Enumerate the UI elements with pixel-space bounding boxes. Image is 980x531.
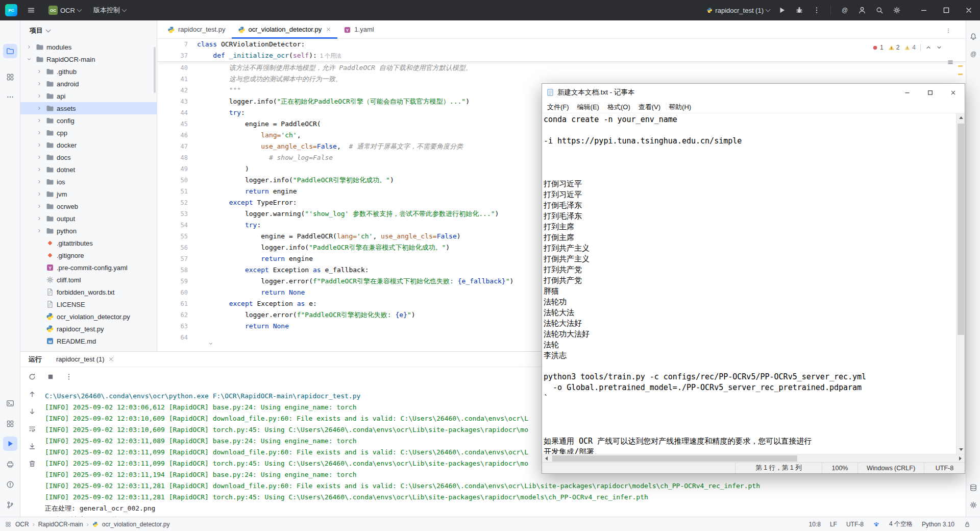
tree-item-.gitignore[interactable]: .gitignore xyxy=(20,249,157,261)
tree-item-python[interactable]: python xyxy=(20,225,157,237)
scrollbar-warning-mark[interactable] xyxy=(958,65,963,67)
main-menu-icon[interactable] xyxy=(22,3,40,18)
tree-item-.pre-commit-config.yaml[interactable]: .pre-commit-config.yaml xyxy=(20,261,157,274)
line-number[interactable]: 42 xyxy=(157,85,197,96)
tree-item-README.md[interactable]: README.md xyxy=(20,335,157,347)
line-number[interactable]: 43 xyxy=(157,96,197,107)
notepad-horizontal-scrollbar[interactable] xyxy=(542,454,965,462)
code-line[interactable]: 40 该方法不再强制使用本地模型，允许 PaddleOCR 自动下载和使用官方默… xyxy=(157,62,966,74)
line-number[interactable]: 7 xyxy=(157,39,197,50)
line-number[interactable]: 48 xyxy=(157,152,197,163)
line-number[interactable]: 62 xyxy=(157,309,197,321)
down-stack-icon[interactable] xyxy=(26,406,39,417)
project-icon[interactable] xyxy=(3,44,17,58)
tree-item-RapidOCR-main[interactable]: RapidOCR-main xyxy=(20,53,157,65)
line-number[interactable]: 57 xyxy=(157,253,197,264)
tree-item-dotnet[interactable]: dotnet xyxy=(20,163,157,176)
python-packages-icon[interactable] xyxy=(3,417,17,431)
tab-ocr_violation_detector.py[interactable]: ocr_violation_detector.py xyxy=(232,20,338,38)
tree-item-forbidden_words.txt[interactable]: forbidden_words.txt xyxy=(20,286,157,298)
settings-icon[interactable] xyxy=(888,3,905,18)
readonly-lock-icon[interactable] xyxy=(964,521,971,528)
line-number[interactable]: 50 xyxy=(157,175,197,186)
line-number[interactable]: 37 xyxy=(157,50,197,61)
tree-chevron-icon[interactable] xyxy=(26,44,33,50)
tree-item-.gitattributes[interactable]: .gitattributes xyxy=(20,237,157,249)
profile-icon[interactable] xyxy=(853,3,871,18)
line-number[interactable]: 51 xyxy=(157,186,197,197)
tree-chevron-icon[interactable] xyxy=(36,228,43,233)
menu-item-编辑(E)[interactable]: 编辑(E) xyxy=(573,103,603,112)
rerun-icon[interactable] xyxy=(26,370,39,383)
tree-chevron-icon[interactable] xyxy=(36,142,43,148)
fold-region-icon[interactable] xyxy=(208,341,213,346)
tree-chevron-icon[interactable] xyxy=(36,155,43,160)
line-number[interactable]: 61 xyxy=(157,298,197,309)
menu-item-格式(O)[interactable]: 格式(O) xyxy=(603,103,634,112)
menu-item-帮助(H)[interactable]: 帮助(H) xyxy=(665,103,695,112)
ai-chat-icon[interactable] xyxy=(836,3,853,18)
ai-assistant-icon[interactable] xyxy=(966,47,980,61)
stop-icon[interactable] xyxy=(44,370,57,383)
soft-wrap-icon[interactable] xyxy=(26,423,39,435)
search-everywhere-icon[interactable] xyxy=(871,3,888,18)
tab-close-icon[interactable] xyxy=(326,27,331,32)
tree-chevron-icon[interactable] xyxy=(36,106,43,111)
project-widget[interactable]: OC OCR xyxy=(45,3,85,17)
prev-problem-icon[interactable] xyxy=(925,44,932,51)
line-number[interactable]: 54 xyxy=(157,220,197,231)
project-panel-header[interactable]: 项目 xyxy=(20,20,157,41)
scroll-right-arrow[interactable] xyxy=(956,454,965,463)
run-button[interactable] xyxy=(773,3,791,18)
structure-icon[interactable] xyxy=(3,70,17,84)
line-number[interactable]: 46 xyxy=(157,130,197,141)
run-icon[interactable] xyxy=(3,437,17,451)
scroll-up-arrow[interactable] xyxy=(957,113,965,122)
inspections-widget[interactable]: 1 2 4 xyxy=(872,44,942,51)
tree-chevron-icon[interactable] xyxy=(36,118,43,123)
tree-item-ocr_violation_detector.py[interactable]: ocr_violation_detector.py xyxy=(20,310,157,323)
breadcrumb-item[interactable]: ocr_violation_detector.py xyxy=(102,521,170,528)
tree-item-cliff.toml[interactable]: cliff.toml xyxy=(20,274,157,286)
tree-item-android[interactable]: android xyxy=(20,78,157,90)
line-number[interactable]: 47 xyxy=(157,141,197,152)
tree-item-jvm[interactable]: jvm xyxy=(20,188,157,200)
window-close-button[interactable] xyxy=(958,0,980,20)
tree-chevron-icon[interactable] xyxy=(36,69,43,74)
statusbar-item[interactable]: LF xyxy=(830,521,837,528)
statusbar-item[interactable]: 10:8 xyxy=(809,521,821,528)
notifications-icon[interactable] xyxy=(966,30,980,44)
inspection-menu-icon[interactable] xyxy=(947,57,953,66)
terminal-icon[interactable] xyxy=(3,396,17,411)
more-actions-icon[interactable] xyxy=(808,3,825,18)
notepad-titlebar[interactable]: 新建文本文档.txt - 记事本 xyxy=(542,84,965,101)
statusbar-item[interactable]: UTF-8 xyxy=(846,521,864,528)
problems-icon[interactable] xyxy=(3,477,17,492)
database-icon[interactable] xyxy=(966,480,980,495)
settings-sync-icon[interactable] xyxy=(966,498,980,512)
tree-item-assets[interactable]: assets xyxy=(20,102,157,114)
scroll-left-arrow[interactable] xyxy=(542,454,551,463)
tree-chevron-icon[interactable] xyxy=(36,204,43,209)
tree-chevron-icon[interactable] xyxy=(36,93,43,99)
line-number[interactable]: 63 xyxy=(157,321,197,332)
tree-scrollbar[interactable] xyxy=(154,47,156,93)
next-problem-icon[interactable] xyxy=(936,44,942,51)
scrollbar-warning-mark[interactable] xyxy=(958,74,963,75)
code-line[interactable]: 37 def _initialize_ocr(self): 1 个用法 xyxy=(157,50,966,61)
tree-item-ocrweb[interactable]: ocrweb xyxy=(20,200,157,212)
code-line[interactable]: 7class OCRViolationDetector: xyxy=(157,39,966,50)
scroll-down-arrow[interactable] xyxy=(957,445,965,454)
line-number[interactable]: 56 xyxy=(157,242,197,253)
run-configuration-widget[interactable]: rapidocr_test (1) xyxy=(703,3,773,17)
tree-item-cpp[interactable]: cpp xyxy=(20,127,157,139)
line-number[interactable]: 45 xyxy=(157,118,197,130)
line-number[interactable]: 44 xyxy=(157,107,197,118)
tree-chevron-icon[interactable] xyxy=(36,191,43,197)
notepad-text-area[interactable]: conda create -n your_env_name-i https://… xyxy=(542,113,965,454)
line-number[interactable]: 49 xyxy=(157,163,197,175)
tree-item-api[interactable]: api xyxy=(20,90,157,102)
line-number[interactable]: 60 xyxy=(157,287,197,298)
menu-item-文件(F)[interactable]: 文件(F) xyxy=(543,103,573,112)
scrollbar-thumb[interactable] xyxy=(552,455,797,462)
